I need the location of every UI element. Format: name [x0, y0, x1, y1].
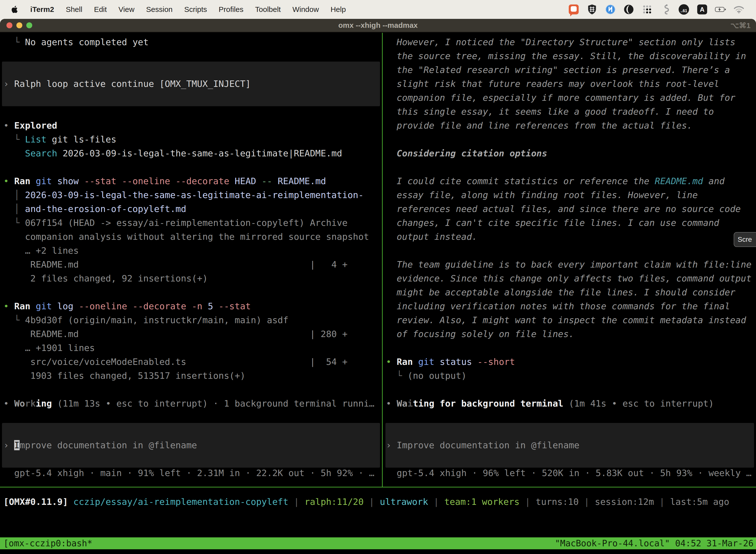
terminal-row: └ 067f154 (HEAD -> essay/ai-reimplementa… — [0, 216, 382, 230]
terminal-row: › Improve documentation in @filename — [0, 438, 382, 452]
minimize-button[interactable] — [16, 22, 22, 28]
terminal-pane-right[interactable]: However, I noticed the "Directory Struct… — [383, 33, 756, 487]
terminal-row: Considering citation options — [383, 147, 756, 160]
tmux-session-label: [omx-cczip0:bash* — [3, 538, 92, 548]
terminal-row: including verification notes with those … — [383, 299, 756, 313]
terminal-row: … +2 lines — [0, 244, 382, 258]
terminal-row: essay file, along with finding root file… — [383, 188, 756, 202]
terminal-row: evidence. Since this change only affects… — [383, 272, 756, 285]
terminal-row: src/voice/voiceModeEnabled.ts | 54 + — [0, 355, 382, 369]
terminal-row: › Ralph loop active continue [OMX_TMUX_I… — [0, 77, 382, 91]
tmux-status-bar: [omx-cczip0:bash* "MacBook-Pro-44.local"… — [0, 537, 756, 549]
terminal-row: slight risk that future readers may over… — [383, 77, 756, 91]
terminal-row: └ 4b9d30f (origin/main, instructkr/main,… — [0, 313, 382, 327]
terminal-row: › Improve documentation in @filename — [383, 438, 756, 452]
terminal-row: provide file and line references from th… — [383, 119, 756, 132]
terminal-row: might be acceptable alongside the file l… — [383, 285, 756, 299]
terminal-row: gpt-5.4 xhigh · 96% left · 520K in · 5.8… — [383, 466, 756, 480]
shield-grid-icon[interactable] — [586, 4, 598, 15]
terminal-row: README.md | 280 + — [0, 327, 382, 341]
terminal-row: • Explored — [0, 119, 382, 132]
tmux-pane-divider-vertical[interactable] — [382, 33, 383, 488]
menu-item-edit[interactable]: Edit — [94, 5, 107, 14]
menu-item-session[interactable]: Session — [146, 5, 173, 14]
percent-61-badge-icon[interactable]: ..61 — [678, 4, 690, 15]
terminal-row: changes, I can't cite specific file line… — [383, 216, 756, 230]
iterm2-window: omx --xhigh --madmax ⌥⌘1 └ No agents com… — [0, 19, 756, 554]
battery-charging-icon[interactable] — [715, 4, 726, 15]
menu-item-window[interactable]: Window — [293, 5, 319, 14]
close-button[interactable] — [6, 22, 12, 28]
terminal-row: this single essay, it seems like a good … — [383, 105, 756, 119]
terminal-row: └ List git ls-files — [0, 132, 382, 147]
menu-item-help[interactable]: Help — [331, 5, 346, 14]
terminal-row: of focusing solely on file lines. — [383, 327, 756, 341]
terminal-row: The team guideline is to back every impo… — [383, 258, 756, 272]
snake-icon[interactable] — [660, 4, 671, 15]
menu-item-shell[interactable]: Shell — [66, 5, 82, 14]
dots-grid-icon[interactable] — [641, 4, 653, 15]
terminal-row: • Ran git log --oneline --decorate -n 5 … — [0, 299, 382, 313]
menu-item-profiles[interactable]: Profiles — [218, 5, 243, 14]
tmux-host-clock-label: "MacBook-Pro-44.local" 04:52 31-Mar-26 — [555, 538, 754, 548]
terminal-row: Search 2026-03-09-is-legal-the-same-as-l… — [0, 147, 382, 160]
terminal-row: │ and-the-erosion-of-copyleft.md — [0, 202, 382, 216]
tmux-pane-divider-horizontal — [0, 487, 756, 488]
menu-item-scripts[interactable]: Scripts — [184, 5, 207, 14]
terminal-row: • Ran git status --short — [383, 355, 756, 369]
terminal-row: output instead. — [383, 230, 756, 244]
menu-item-toolbelt[interactable]: Toolbelt — [255, 5, 281, 14]
terminal-pane-left[interactable]: └ No agents completed yet› Ralph loop ac… — [0, 33, 382, 487]
menu-item-iterm2[interactable]: iTerm2 — [30, 5, 54, 14]
window-title-bar: omx --xhigh --madmax ⌥⌘1 — [0, 19, 756, 32]
terminal-row: companion file, especially if more comme… — [383, 91, 756, 105]
terminal-row: the "Related research writing" section i… — [383, 63, 756, 77]
terminal-row: the source tree, missing the essay. Stil… — [383, 49, 756, 63]
terminal-row: README.md | 4 + — [0, 258, 382, 272]
terminal-row: companion analysis without altering the … — [0, 230, 382, 244]
window-title: omx --xhigh --madmax — [0, 21, 756, 30]
terminal-row: • Ran git show --stat --oneline --decora… — [0, 174, 382, 188]
terminal-row: … +1901 lines — [0, 341, 382, 355]
wifi-icon[interactable] — [733, 4, 745, 15]
terminal-row: • Waiting for background terminal (1m 41… — [383, 397, 756, 410]
zoom-button[interactable] — [26, 22, 32, 28]
screen-overlay-badge[interactable]: Scre — [734, 232, 756, 247]
terminal-row: └ No agents completed yet — [0, 35, 382, 49]
window-hotkey: ⌥⌘1 — [731, 21, 751, 30]
menu-item-view[interactable]: View — [119, 5, 134, 14]
dark-crescent-icon[interactable] — [623, 4, 634, 15]
omx-status-line: [OMX#0.11.9] cczip/essay/ai-reimplementa… — [3, 495, 729, 509]
traffic-lights — [6, 22, 32, 28]
terminal-row: │ 2026-03-09-is-legal-the-same-as-legiti… — [0, 188, 382, 202]
apple-logo-icon[interactable] — [10, 5, 19, 14]
terminal-row: references need actual files, and since … — [383, 202, 756, 216]
terminal-row: However, I noticed the "Directory Struct… — [383, 35, 756, 49]
terminal-row: • Working (11m 13s • esc to interrupt) ·… — [0, 397, 382, 410]
input-source-a-icon[interactable]: A — [696, 4, 708, 15]
terminal-row: review. Also, I might want to inspect th… — [383, 313, 756, 327]
terminal-area: └ No agents completed yet› Ralph loop ac… — [0, 33, 756, 554]
menu-status-icons: ..61 A — [568, 4, 745, 15]
macos-menu-bar: iTerm2ShellEditViewSessionScriptsProfile… — [0, 0, 756, 19]
menu-items: iTerm2ShellEditViewSessionScriptsProfile… — [30, 5, 346, 14]
screen-overlay-badge-label: Scre — [738, 235, 752, 243]
terminal-row: 2 files changed, 92 insertions(+) — [0, 272, 382, 285]
screenshot-chat-icon[interactable] — [568, 4, 579, 15]
terminal-row: └ (no output) — [383, 369, 756, 383]
terminal-row: 1903 files changed, 513517 insertions(+) — [0, 369, 382, 383]
blue-bolt-icon[interactable] — [605, 4, 616, 15]
terminal-row: gpt-5.4 xhigh · main · 91% left · 2.31M … — [0, 466, 382, 480]
terminal-row: I could cite commit statistics or refere… — [383, 174, 756, 188]
